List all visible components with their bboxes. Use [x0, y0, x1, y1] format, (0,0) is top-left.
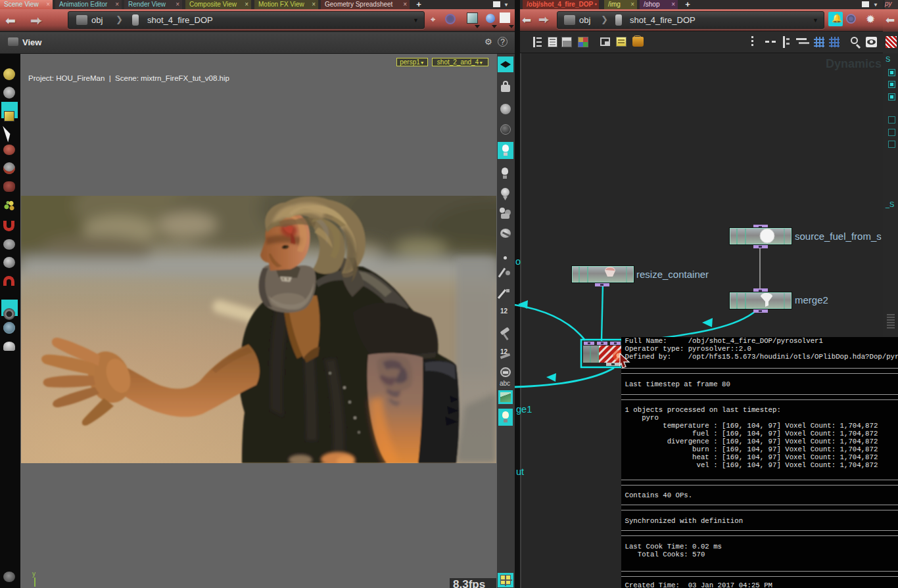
svg-text:source_fuel_from_s: source_fuel_from_s	[795, 231, 882, 242]
svg-text:merge2: merge2	[795, 294, 828, 305]
svg-text:ut: ut	[516, 466, 524, 477]
svg-text:o: o	[515, 256, 521, 267]
svg-text:resize_container: resize_container	[636, 269, 709, 280]
svg-text:ge1: ge1	[516, 404, 532, 415]
